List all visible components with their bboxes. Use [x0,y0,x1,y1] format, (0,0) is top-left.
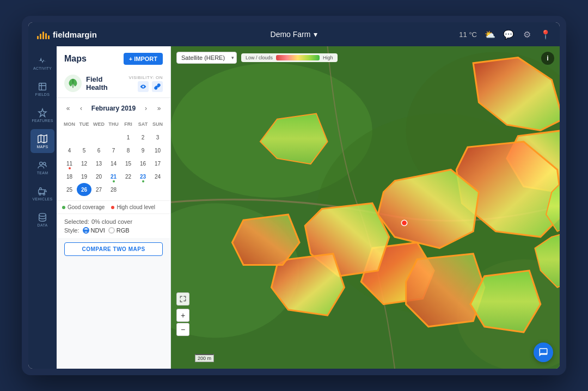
cal-day-22[interactable]: 22 [121,170,136,183]
nav-item-fields[interactable]: FIELDS [30,77,54,101]
cal-hdr-tue: TUE [77,118,91,131]
eye-toggle[interactable] [138,81,149,92]
cal-day-11[interactable]: 11 [62,157,77,170]
map-info-button[interactable]: i [541,52,554,65]
cal-dot-11 [69,167,71,169]
screen: fieldmargin Demo Farm ▾ 11 °C ⛅ 💬 ⚙ 📍 [28,22,560,369]
nav-item-maps[interactable]: MAPS [30,129,54,153]
app-logo: fieldmargin [37,29,97,39]
field-health-item[interactable]: Field Health VISIBILITY: ON [57,69,170,98]
cal-day-24[interactable]: 24 [150,170,165,183]
maps-icon [38,134,47,144]
nav-item-activity[interactable]: ACTIVITY [30,51,54,75]
style-rgb-option[interactable]: RGB [108,227,130,234]
scale-bar: 200 m [195,354,214,362]
cal-day-13[interactable]: 13 [91,157,106,170]
cal-next-btn[interactable]: › [140,102,152,114]
location-icon[interactable]: 📍 [540,29,551,40]
visibility-icons [138,81,163,92]
weather-icon[interactable]: ⛅ [485,29,495,40]
expand-button[interactable] [176,292,189,306]
cal-day-18[interactable]: 18 [62,170,77,183]
link-toggle[interactable] [152,81,163,92]
cal-week-2: 4 5 6 7 8 9 10 [62,144,165,157]
compare-two-maps-button[interactable]: COMPARE TWO MAPS [64,242,163,256]
cal-day-4[interactable]: 4 [62,144,77,157]
radio-ndvi [83,227,89,234]
color-legend-high: High [323,55,333,60]
cal-week-4: 18 19 20 21 22 23 24 [62,170,165,183]
cal-next-next-btn[interactable]: » [153,102,165,114]
selected-label: Selected: [64,218,89,225]
zoom-in-button[interactable]: + [176,309,189,322]
map-svg [171,46,560,369]
import-button[interactable]: + IMPORT [124,53,163,65]
color-legend: Low / clouds High [241,53,338,62]
svg-point-3 [43,162,46,165]
cal-day-17[interactable]: 17 [150,157,165,170]
chat-button[interactable] [534,343,553,362]
topbar: fieldmargin Demo Farm ▾ 11 °C ⛅ 💬 ⚙ 📍 [28,22,560,46]
cal-day-7[interactable]: 7 [106,144,121,157]
cal-day-23[interactable]: 23 [136,170,150,183]
cal-day-2[interactable]: 2 [136,131,150,144]
nav-item-data[interactable]: DATA [30,207,54,231]
cal-prev-prev-btn[interactable]: « [62,102,74,114]
layer-select-wrap: Satellite (HERE) ▾ [176,52,237,64]
zoom-controls: + − [176,292,189,336]
cal-day-9[interactable]: 9 [136,144,150,157]
cal-day-8[interactable]: 8 [121,144,136,157]
style-rgb-label: RGB [117,227,130,234]
cal-day-3[interactable]: 3 [150,131,165,144]
cal-day-14[interactable]: 14 [106,157,121,170]
nav-item-team[interactable]: TEAM [30,155,54,179]
cal-prev-btn[interactable]: ‹ [75,102,87,114]
cal-day-16[interactable]: 16 [136,157,150,170]
main-area: ACTIVITY FIELDS FEATURES [28,46,560,369]
layer-select[interactable]: Satellite (HERE) [176,52,237,64]
cal-day-21[interactable]: 21 [106,170,121,183]
cal-hdr-thu: THU [106,118,121,131]
cal-day-1[interactable]: 1 [121,131,136,144]
farm-dropdown-icon[interactable]: ▾ [314,30,317,39]
cal-day-25[interactable]: 25 [62,183,77,196]
cal-week-3: 11 12 13 14 15 16 17 [62,157,165,170]
zoom-out-button[interactable]: − [176,323,189,336]
selected-value: 0% cloud cover [91,218,132,225]
activity-icon [38,56,47,65]
eye-icon [140,83,146,90]
nav-item-features[interactable]: FEATURES [30,103,54,127]
cal-hdr-fri: FRI [121,118,136,131]
sidebar-title: Maps [64,54,87,64]
cal-day-27[interactable]: 27 [91,183,106,196]
gear-icon[interactable]: ⚙ [522,29,532,40]
app-name: fieldmargin [53,30,97,39]
cal-day-15[interactable]: 15 [121,157,136,170]
style-ndvi-option[interactable]: NDVI [83,227,105,234]
cal-day-5[interactable]: 5 [77,144,91,157]
cal-day-19[interactable]: 19 [77,170,91,183]
cal-day-12[interactable]: 12 [77,157,91,170]
calendar-grid: MON TUE WED THU FRI SAT SUN [62,118,165,196]
cal-day-empty-1 [62,131,77,144]
cal-day-26[interactable]: 26 [77,183,91,196]
cal-week-1: 1 2 3 [62,131,165,144]
cal-day-6[interactable]: 6 [91,144,106,157]
legend-good-coverage: Good coverage [62,204,105,210]
cal-header-row: MON TUE WED THU FRI SAT SUN [62,118,165,131]
svg-point-40 [401,220,407,225]
cal-hdr-sun: SUN [150,118,165,131]
farm-name[interactable]: Demo Farm [271,30,311,39]
temperature-display: 11 °C [459,30,477,39]
cal-day-10[interactable]: 10 [150,144,165,157]
cal-day-empty-2 [77,131,91,144]
cal-day-28[interactable]: 28 [106,183,121,196]
style-ndvi-label: NDVI [91,227,105,234]
cal-week-5: 25 26 27 28 [62,183,165,196]
message-icon[interactable]: 💬 [503,29,514,40]
team-icon [38,160,47,170]
cal-day-20[interactable]: 20 [91,170,106,183]
cal-day-empty-5 [121,183,136,196]
nav-item-vehicles[interactable]: VEHICLES [30,181,54,205]
cal-dot-21 [113,180,115,182]
